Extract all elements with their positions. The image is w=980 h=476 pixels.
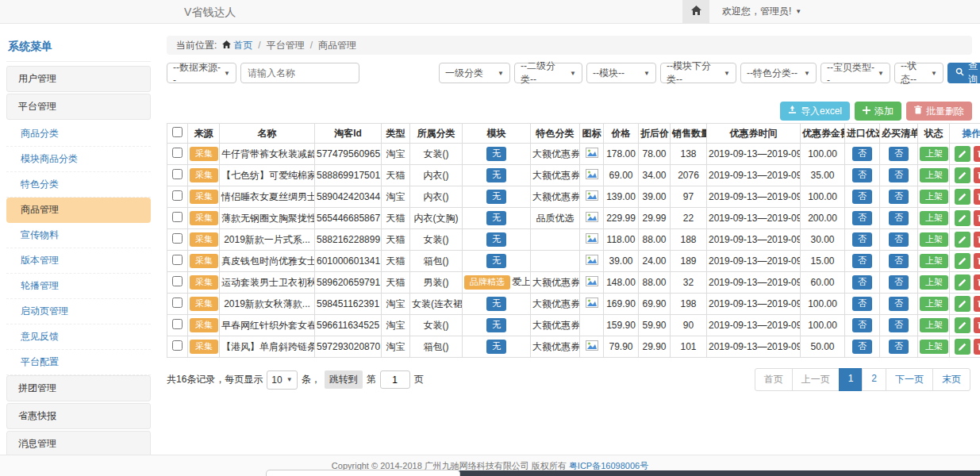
must-buy-toggle[interactable]: 否 [889,211,909,225]
sidebar-item-6[interactable]: 宣传物料 [6,223,151,248]
filter-level2-category[interactable]: --二级分类--▼ [514,63,582,83]
import-pick-toggle[interactable]: 否 [852,340,872,354]
breadcrumb-item-goods[interactable]: 商品管理 [318,39,356,52]
must-buy-toggle[interactable]: 否 [889,190,909,204]
row-checkbox[interactable] [172,255,183,265]
delete-button[interactable] [974,210,980,226]
filter-module-subcategory[interactable]: --模块下分类--▼ [660,63,736,83]
page-number-input[interactable] [380,370,410,389]
home-button[interactable] [682,0,709,23]
sidebar-item-11[interactable]: 平台配置 [6,350,151,375]
status-badge[interactable]: 上架 [920,211,948,225]
filter-level1-category[interactable]: 一级分类▼ [439,63,510,83]
filter-status[interactable]: --状态--▼ [894,63,943,83]
status-badge[interactable]: 上架 [920,275,948,290]
status-badge[interactable]: 上架 [920,147,948,161]
pager-button-5[interactable]: 末页 [932,368,970,391]
filter-feature-category[interactable]: --特色分类--▼ [740,63,817,83]
sidebar-item-9[interactable]: 启动页管理 [6,299,151,324]
filter-item-type[interactable]: --宝贝类型--▼ [821,63,890,83]
import-pick-toggle[interactable]: 否 [852,254,872,268]
must-buy-toggle[interactable]: 否 [889,147,909,161]
import-pick-toggle[interactable]: 否 [852,190,872,204]
filter-name-input[interactable] [240,63,359,83]
status-badge[interactable]: 上架 [920,297,948,311]
sidebar-item-5[interactable]: 商品管理 [6,198,151,223]
edit-button[interactable] [955,274,970,290]
sidebar-item-12[interactable]: 拼团管理 [6,375,151,401]
status-badge[interactable]: 上架 [920,340,948,354]
jump-button[interactable]: 跳转到 [325,370,363,389]
row-checkbox[interactable] [172,233,183,244]
edit-button[interactable] [955,146,970,162]
sidebar-item-4[interactable]: 特色分类 [6,172,151,198]
delete-button[interactable] [974,317,980,333]
sidebar-item-13[interactable]: 省惠快报 [6,403,151,429]
select-all-checkbox[interactable] [172,127,183,137]
breadcrumb-item-platform[interactable]: 平台管理 [267,39,305,52]
edit-button[interactable] [955,189,970,205]
status-badge[interactable]: 上架 [920,254,948,268]
import-pick-toggle[interactable]: 否 [852,147,872,161]
row-checkbox[interactable] [172,212,183,222]
import-pick-toggle[interactable]: 否 [852,232,872,247]
per-page-select[interactable]: 10 ▼ [267,370,297,390]
row-checkbox[interactable] [172,298,183,308]
edit-button[interactable] [955,296,970,312]
must-buy-toggle[interactable]: 否 [889,168,909,182]
breadcrumb-home-link[interactable]: 首页 [222,39,252,52]
status-badge[interactable]: 上架 [920,168,948,182]
pager-button-2[interactable]: 1 [839,368,863,391]
pager-button-3[interactable]: 2 [862,368,886,391]
add-button[interactable]: 添加 [855,102,901,121]
filter-module[interactable]: --模块--▼ [586,63,656,83]
batch-delete-button[interactable]: 批量删除 [906,102,972,121]
delete-button[interactable] [974,253,980,269]
edit-button[interactable] [955,167,970,183]
edit-button[interactable] [955,232,970,248]
row-checkbox[interactable] [172,190,183,201]
import-pick-toggle[interactable]: 否 [852,297,872,311]
status-badge[interactable]: 上架 [920,190,948,204]
sidebar-item-2[interactable]: 商品分类 [6,121,151,147]
user-menu[interactable]: 欢迎您，管理员! ▼ [722,5,801,18]
edit-button[interactable] [955,339,970,355]
sidebar-item-7[interactable]: 版本管理 [6,248,151,274]
edit-button[interactable] [955,317,970,333]
status-badge[interactable]: 上架 [920,318,948,332]
must-buy-toggle[interactable]: 否 [889,232,909,247]
row-checkbox[interactable] [172,148,183,158]
row-checkbox[interactable] [172,169,183,179]
edit-button[interactable] [955,210,970,226]
sidebar-item-0[interactable]: 用户管理 [6,66,151,92]
search-button[interactable]: 查询 [947,63,980,83]
must-buy-toggle[interactable]: 否 [889,340,909,354]
row-checkbox[interactable] [172,340,183,351]
delete-button[interactable] [974,167,980,183]
sidebar-item-1[interactable]: 平台管理 [6,94,151,120]
import-pick-toggle[interactable]: 否 [852,275,872,290]
row-checkbox[interactable] [172,276,183,286]
import-pick-toggle[interactable]: 否 [852,318,872,332]
sidebar-item-8[interactable]: 轮播管理 [6,274,151,299]
status-badge[interactable]: 上架 [920,232,948,247]
import-excel-button[interactable]: 导入excel [780,102,850,121]
sidebar-item-3[interactable]: 模块商品分类 [6,147,151,172]
delete-button[interactable] [974,189,980,205]
must-buy-toggle[interactable]: 否 [889,297,909,311]
must-buy-toggle[interactable]: 否 [889,254,909,268]
delete-button[interactable] [974,296,980,312]
filter-data-source[interactable]: --数据来源--▼ [167,63,236,83]
edit-button[interactable] [955,253,970,269]
pager-button-0[interactable]: 首页 [755,368,793,391]
row-checkbox[interactable] [172,319,183,329]
must-buy-toggle[interactable]: 否 [889,318,909,332]
delete-button[interactable] [974,146,980,162]
import-pick-toggle[interactable]: 否 [852,211,872,225]
pager-button-4[interactable]: 下一页 [886,368,933,391]
must-buy-toggle[interactable]: 否 [889,275,909,290]
delete-button[interactable] [974,232,980,248]
sidebar-item-14[interactable]: 消息管理 [6,431,151,455]
pager-button-1[interactable]: 上一页 [792,368,840,391]
delete-button[interactable] [974,339,980,355]
